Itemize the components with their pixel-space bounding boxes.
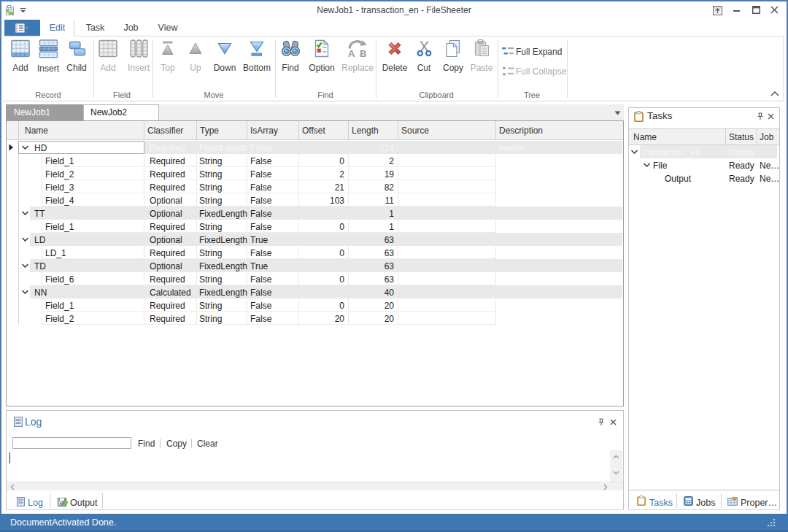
svg-text:A: A — [348, 48, 355, 58]
svg-text:B: B — [360, 48, 366, 58]
